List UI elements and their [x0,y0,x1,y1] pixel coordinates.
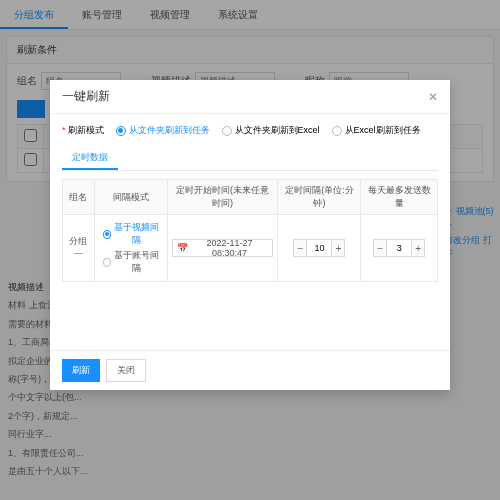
close-button[interactable]: 关闭 [106,359,146,382]
modal-title: 一键刷新 [62,88,110,105]
close-icon[interactable]: ✕ [428,90,438,104]
max-stepper: − + [373,239,425,257]
col-start-time: 定时开始时间(未来任意时间) [167,180,278,215]
col-interval-mode: 间隔模式 [94,180,167,215]
radio-mode-excel-task[interactable]: 从Excel刷新到任务 [332,124,421,137]
radio-interval-video[interactable]: 基于视频间隔 [103,221,159,247]
radio-mode-folder-task[interactable]: 从文件夹刷新到任务 [116,124,210,137]
refresh-button[interactable]: 刷新 [62,359,100,382]
radio-interval-account[interactable]: 基于账号间隔 [103,249,159,275]
interval-plus[interactable]: + [331,239,345,257]
subtab-schedule-data[interactable]: 定时数据 [62,147,118,170]
col-group: 组名 [63,180,95,215]
max-input[interactable] [387,239,411,257]
col-max: 每天最多发送数量 [361,180,438,215]
max-plus[interactable]: + [411,239,425,257]
col-interval: 定时间隔(单位:分钟) [278,180,361,215]
interval-minus[interactable]: − [293,239,307,257]
interval-stepper: − + [293,239,345,257]
max-minus[interactable]: − [373,239,387,257]
mode-label: 刷新模式 [68,125,104,135]
interval-input[interactable] [307,239,331,257]
cell-group: 分组一 [63,215,95,282]
schedule-table: 组名 间隔模式 定时开始时间(未来任意时间) 定时间隔(单位:分钟) 每天最多发… [62,179,438,282]
calendar-icon: 📅 [177,243,188,253]
datetime-input[interactable]: 📅2022-11-27 08:30:47 [172,239,274,257]
refresh-modal: 一键刷新 ✕ *刷新模式 从文件夹刷新到任务 从文件夹刷新到Excel 从Exc… [50,80,450,390]
mode-row: *刷新模式 从文件夹刷新到任务 从文件夹刷新到Excel 从Excel刷新到任务 [62,124,438,137]
schedule-row: 分组一 基于视频间隔 基于账号间隔 📅2022-11-27 08:30:47 −… [63,215,438,282]
radio-mode-folder-excel[interactable]: 从文件夹刷新到Excel [222,124,320,137]
